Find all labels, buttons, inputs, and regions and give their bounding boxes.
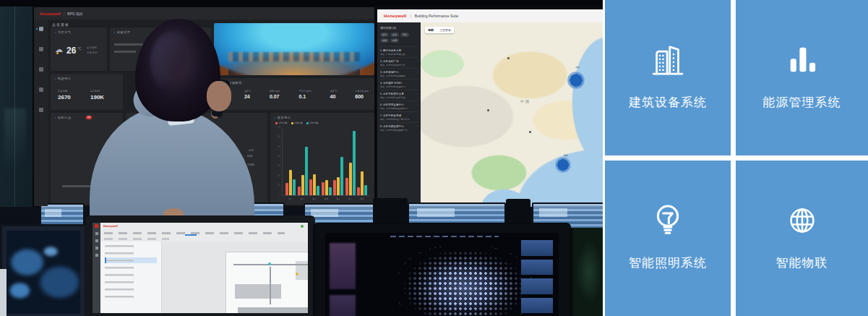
map-layer-toggle: 地图 卫星图像 [425,27,454,33]
desk-monitor-cluster [313,223,571,316]
chevron-right-icon: › [417,103,418,106]
country-label: 中国 [520,99,530,103]
app-breadcrumb [104,238,169,240]
dashboard-nav-label: 总览看板 [52,22,69,27]
honeywell-logo: Honeywell [40,12,61,16]
map-button: 地图 [425,27,437,33]
tile-smart-lighting[interactable]: 智能照明系统 [605,161,731,316]
filter-chip: 告警 [380,38,389,43]
site-list-item: 1. 鹏润达商务大厦地址: 广东省深圳市南山区› [380,46,418,57]
weather-card-title: 北京天气 [54,30,71,34]
building-icon [647,38,689,82]
alarm-chart-legend: 消防报警 设备报警 安防报警 [275,121,319,124]
weather-card: 北京天气 ☁ 26 ℃ 多云转晴 湿度 40% [51,27,107,71]
lightbulb-icon [647,198,689,243]
equipment-dot-teal [268,262,271,265]
chevron-right-icon: › [417,49,418,52]
weather-desc-2: 湿度 40% [87,51,98,54]
desk-monitor-satellite [0,224,87,316]
patrol-card-title: 巡检计划 [54,116,71,119]
energy-stat-label: 运行时长 [90,90,100,93]
energy-card: 能源统计 设备总数 2670 运行时长 190K [51,74,123,110]
side-panel-purple [330,243,356,289]
marker-label: 北京 [575,66,580,69]
satellite-image [7,231,80,314]
corner-screen-sliver [0,269,7,316]
chevron-right-icon: › [417,125,418,128]
site-list-item: 4. 北京望京 SOHO地址: 北京市朝阳区望京街› [380,79,418,90]
tile-label: 建筑设备系统 [629,94,707,111]
status-dot [301,225,304,228]
tile-energy-management[interactable]: 能源管理系统 [736,0,868,155]
alarm-bars: 周一周二周三周四周五周六周日 [282,129,370,196]
tile-label: 智能照明系统 [629,255,707,271]
bell-icon [39,47,43,51]
honeywell-logo: Honeywell [103,224,118,228]
map-app-header: Honeywell | Building Performance Suite [377,9,603,22]
active-tab-underline [185,234,197,236]
honeywell-mark [95,224,98,228]
legend-item: 消防报警 [275,121,288,124]
usage-col-2: 本年 [249,149,254,152]
folder-icon [39,67,43,72]
alarm-chart-card: 报警统计 消防报警 设备报警 安防报警 70060050040030020010… [270,113,374,205]
atrium-photo [214,23,374,75]
sun-dot [56,52,59,54]
cluster-screen [325,233,559,316]
usage-row-v2: 1326 [247,163,254,166]
header-divider: | [64,12,64,16]
dashboard-app-name: BPS 项目 [67,12,82,16]
alert-badge: 12 [86,116,92,119]
monitor-card-title: 监测管理 [113,30,130,34]
chevron-right-icon: › [417,114,418,117]
chevron-right-icon: › [417,71,418,74]
filter-chips: 全部 在线 离线 告警 收藏 [380,33,418,43]
alarm-chart-yaxis: 7006005004003002001000 [273,127,280,197]
tile-label: 能源管理系统 [763,94,841,111]
videowall-map-screen: Honeywell | Building Performance Suite 项… [376,6,603,212]
energy-stat-value: 190K [90,94,104,101]
china-map: 地图 卫星图像 中国 北京 深圳 [421,22,603,210]
floorplan-schematic [225,252,308,313]
energy-stat-value: 2670 [58,94,71,101]
dashboard-header: Honeywell | BPS 项目 [34,7,374,20]
site-list-item: 6. 北京环球金融中心地址: 北京市西城区金融大街› [380,101,418,111]
map-marker-shenzhen [555,157,571,173]
energy-card-title: 能源统计 [54,77,71,80]
globe-icon [781,198,823,243]
legend-dot [275,122,278,124]
iaq-stats-row: PM2.568 温度 ℃24 甲醛 mg/m³0.07 TVOC mg/m³0.… [220,90,369,99]
iaq-stat: 温度 ℃24 [244,90,252,99]
app-tree-panel [100,242,162,313]
marker-label: 深圳 [564,154,568,157]
site-list-item: 7. 北京中骏世界城地址: 北京市朝阳区广顺北大街› [380,111,418,122]
usage-row-v2: 624 [247,154,252,158]
tile-smart-iot[interactable]: 智能物联 [736,161,868,316]
trend-icon [39,87,43,92]
control-room-photo: Honeywell | BPS 项目 总览看板 北京天气 ☁ 26 ℃ 多云转晴… [0,0,603,316]
tile-building-systems[interactable]: 建筑设备系统 [605,0,731,155]
map-marker-beijing [567,72,585,89]
systems-grid: 建筑设备系统 能源管理系统 [603,0,868,316]
legend-item: 安防报警 [306,121,319,124]
desk-monitor-partial [571,228,603,316]
iaq-stat: TVOC mg/m³0.1 [299,90,312,99]
filter-chip: 全部 [380,33,389,37]
site-list-item: 8. 北京凯晨世贸中心地址: 北京市东城区建国门内› [380,122,418,133]
bar-chart-icon [781,38,823,82]
dot-cluster-visualization [398,246,531,316]
building-photo-card [214,23,374,75]
energy-stat-label: 设备总数 [58,90,68,93]
iaq-stat: 湿度 %40 [330,90,337,99]
legend-dot [306,122,309,124]
city-dot [487,109,489,111]
iaq-stat: 二氧化碳 ppm600 [355,90,369,99]
alarm-card-title: 报警统计 [274,116,291,119]
weather-desc-1: 多云转晴 [87,46,97,49]
chevron-right-icon: › [417,82,418,85]
page: Honeywell | BPS 项目 总览看板 北京天气 ☁ 26 ℃ 多云转晴… [0,0,868,316]
honeywell-app-screen: Honeywell [93,223,308,313]
iaq-card: IAQ 监测数据 PM2.568 温度 ℃24 甲醛 mg/m³0.07 TVO… [214,78,374,110]
legend-item: 设备报警 [291,121,304,124]
site-list-item: 3. 北京诺德中心地址: 北京市朝阳区建国路› [380,68,418,79]
